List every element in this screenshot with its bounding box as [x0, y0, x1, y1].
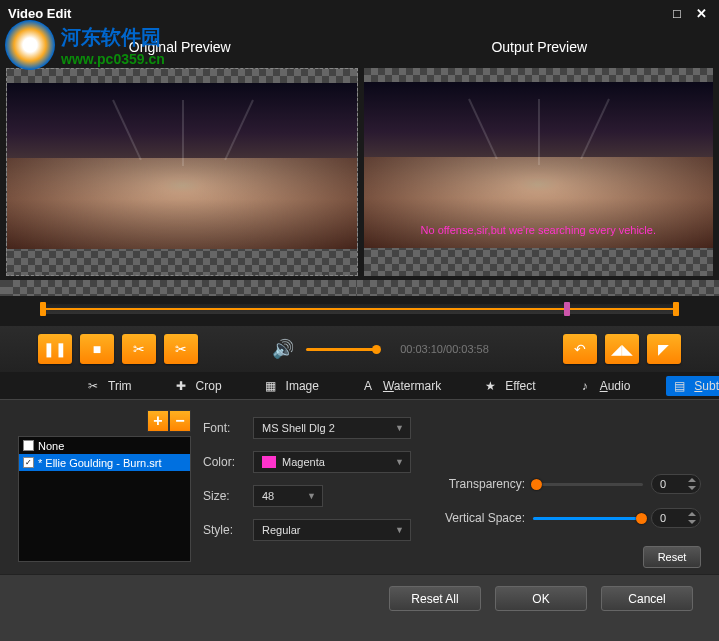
transparency-slider[interactable] [533, 483, 643, 486]
window-title: Video Edit [8, 6, 71, 21]
undo-button[interactable]: ↶ [563, 334, 597, 364]
flip-horizontal-button[interactable]: ◢◣ [605, 334, 639, 364]
tab-crop[interactable]: ✚Crop [168, 376, 228, 396]
reset-all-button[interactable]: Reset All [389, 586, 481, 611]
edit-tabs: ✂Trim ✚Crop ▦Image AWatermark ★Effect ♪A… [0, 372, 719, 399]
video-area: No offense,sir,but we're searching every… [0, 68, 719, 280]
dialog-footer: Reset All OK Cancel [0, 574, 719, 622]
logo-chinese: 河东软件园 [61, 24, 165, 51]
playback-controls: ❚❚ ■ ✂ ✂ 🔊 00:03:10/00:03:58 ↶ ◢◣ ◤ [0, 326, 719, 372]
music-icon: ♪ [578, 379, 592, 393]
flip-vertical-button[interactable]: ◤ [647, 334, 681, 364]
reset-button[interactable]: Reset [643, 546, 701, 568]
stop-button[interactable]: ■ [80, 334, 114, 364]
subtitle-editor: + − None ✓ * Ellie Goulding - Burn.srt F… [0, 399, 719, 574]
tab-effect[interactable]: ★Effect [477, 376, 541, 396]
watermark-logo: 河东软件园 www.pc0359.cn [5, 20, 165, 70]
vspace-spinner[interactable]: 0 [651, 508, 701, 528]
logo-url: www.pc0359.cn [61, 51, 165, 67]
cut-end-button[interactable]: ✂ [164, 334, 198, 364]
tab-image[interactable]: ▦Image [258, 376, 325, 396]
star-icon: ★ [483, 379, 497, 393]
size-label: Size: [203, 489, 245, 503]
remove-subtitle-button[interactable]: − [169, 410, 191, 432]
color-label: Color: [203, 455, 245, 469]
tab-subtitle[interactable]: ▤Subtitle [666, 376, 719, 396]
list-item[interactable]: None [19, 437, 190, 454]
style-label: Style: [203, 523, 245, 537]
tab-trim[interactable]: ✂Trim [80, 376, 138, 396]
scissors-icon: ✂ [86, 379, 100, 393]
subtitle-icon: ▤ [672, 379, 686, 393]
watermark-icon: A [361, 379, 375, 393]
tab-watermark[interactable]: AWatermark [355, 376, 447, 396]
output-preview-label: Output Preview [360, 26, 720, 68]
pause-button[interactable]: ❚❚ [38, 334, 72, 364]
transparency-spinner[interactable]: 0 [651, 474, 701, 494]
checkbox[interactable]: ✓ [23, 457, 34, 468]
output-video-panel[interactable]: No offense,sir,but we're searching every… [364, 68, 714, 276]
original-video-panel[interactable] [6, 68, 358, 276]
volume-slider[interactable] [306, 348, 376, 351]
cancel-button[interactable]: Cancel [601, 586, 693, 611]
subtitle-overlay: No offense,sir,but we're searching every… [364, 224, 714, 236]
timeline[interactable] [0, 296, 719, 326]
add-subtitle-button[interactable]: + [147, 410, 169, 432]
font-label: Font: [203, 421, 245, 435]
crop-icon: ✚ [174, 379, 188, 393]
timecode: 00:03:10/00:03:58 [400, 343, 489, 355]
size-dropdown[interactable]: 48▼ [253, 485, 323, 507]
volume-icon[interactable]: 🔊 [272, 338, 294, 360]
color-dropdown[interactable]: Magenta▼ [253, 451, 411, 473]
image-icon: ▦ [264, 379, 278, 393]
playhead[interactable] [564, 302, 570, 316]
vspace-label: Vertical Space: [431, 511, 525, 525]
subtitle-list[interactable]: None ✓ * Ellie Goulding - Burn.srt [18, 436, 191, 562]
tab-audio[interactable]: ♪Audio [572, 376, 637, 396]
close-button[interactable]: ✕ [691, 5, 711, 21]
checkbox[interactable] [23, 440, 34, 451]
ok-button[interactable]: OK [495, 586, 587, 611]
cut-start-button[interactable]: ✂ [122, 334, 156, 364]
original-thumbnail [7, 83, 357, 249]
logo-icon [5, 20, 55, 70]
font-dropdown[interactable]: MS Shell Dlg 2▼ [253, 417, 411, 439]
output-thumbnail: No offense,sir,but we're searching every… [364, 82, 714, 248]
transparency-label: Transparency: [431, 477, 525, 491]
maximize-button[interactable]: □ [667, 5, 687, 21]
list-item[interactable]: ✓ * Ellie Goulding - Burn.srt [19, 454, 190, 471]
vspace-slider[interactable] [533, 517, 643, 520]
style-dropdown[interactable]: Regular▼ [253, 519, 411, 541]
trim-end-handle[interactable] [673, 302, 679, 316]
trim-start-handle[interactable] [40, 302, 46, 316]
